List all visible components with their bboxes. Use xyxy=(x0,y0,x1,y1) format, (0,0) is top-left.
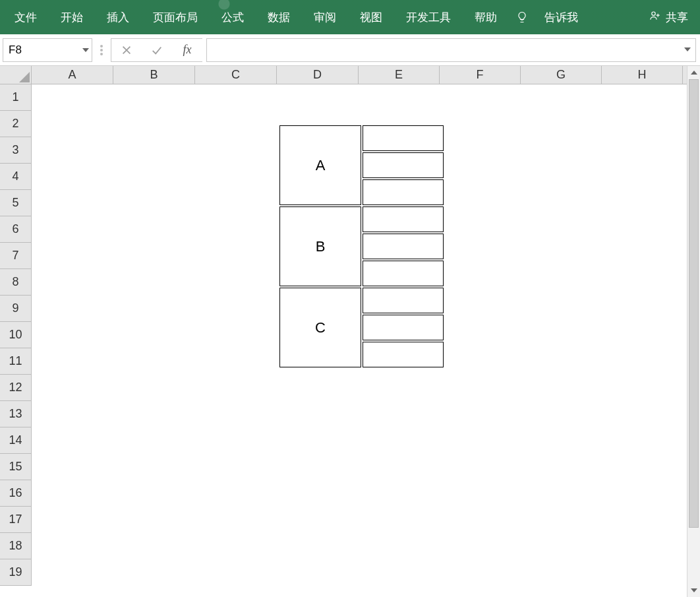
table-cell[interactable]: B xyxy=(279,206,361,286)
row-header-14[interactable]: 14 xyxy=(0,427,31,454)
ribbon-tab-home[interactable]: 开始 xyxy=(49,0,95,34)
ribbon-tab-insert[interactable]: 插入 xyxy=(95,0,141,34)
fx-icon: fx xyxy=(183,43,192,57)
table-cell[interactable] xyxy=(363,342,444,367)
ribbon-tab-pagelayout[interactable]: 页面布局 xyxy=(141,0,210,34)
formula-field[interactable] xyxy=(207,39,695,61)
row-header-8[interactable]: 8 xyxy=(0,269,31,296)
scroll-thumb[interactable] xyxy=(689,79,699,528)
scroll-up-button[interactable] xyxy=(687,66,700,79)
column-headers: ABCDEFGH xyxy=(32,66,687,84)
table-cell[interactable] xyxy=(363,315,444,340)
row-header-3[interactable]: 3 xyxy=(0,137,31,164)
vertical-scrollbar[interactable] xyxy=(687,66,700,597)
row-header-9[interactable]: 9 xyxy=(0,296,31,322)
column-header-C[interactable]: C xyxy=(195,66,277,84)
column-header-E[interactable]: E xyxy=(359,66,440,84)
table-cell[interactable] xyxy=(363,288,444,313)
ribbon-tab-view[interactable]: 视图 xyxy=(348,0,394,34)
table-cell[interactable] xyxy=(363,152,444,178)
worksheet-bordered-table: A B C xyxy=(278,124,445,369)
share-label: 共享 xyxy=(666,10,688,25)
table-cell[interactable] xyxy=(363,179,444,205)
chevron-down-icon[interactable] xyxy=(684,45,691,55)
svg-point-0 xyxy=(652,12,655,15)
column-header-H[interactable]: H xyxy=(602,66,683,84)
column-header-G[interactable]: G xyxy=(521,66,602,84)
formula-bar: fx xyxy=(0,34,700,66)
formula-bar-buttons: fx xyxy=(111,38,202,62)
column-header-A[interactable]: A xyxy=(32,66,113,84)
row-header-10[interactable]: 10 xyxy=(0,322,31,348)
row-header-13[interactable]: 13 xyxy=(0,401,31,427)
spreadsheet-grid: ABCDEFGH 12345678910111213141516171819 A… xyxy=(0,66,700,597)
ribbon-tab-formulas[interactable]: 公式 xyxy=(210,0,256,34)
tell-me[interactable]: 告诉我 xyxy=(535,0,587,34)
row-header-17[interactable]: 17 xyxy=(0,507,31,533)
row-header-7[interactable]: 7 xyxy=(0,243,31,269)
ribbon-tab-help[interactable]: 帮助 xyxy=(463,0,509,34)
formula-bar-separator xyxy=(96,44,107,57)
table-cell[interactable] xyxy=(363,261,444,286)
share-icon xyxy=(649,9,662,26)
column-header-B[interactable]: B xyxy=(113,66,195,84)
row-header-5[interactable]: 5 xyxy=(0,190,31,216)
table-cell[interactable] xyxy=(363,234,444,259)
name-box-input[interactable] xyxy=(3,39,92,61)
column-header-D[interactable]: D xyxy=(277,66,359,84)
table-cell[interactable] xyxy=(363,206,444,232)
cancel-button[interactable] xyxy=(111,39,142,61)
formula-input[interactable] xyxy=(206,38,696,62)
lightbulb-icon[interactable] xyxy=(509,0,535,34)
ribbon: 文件 开始 插入 页面布局 公式 数据 审阅 视图 开发工具 帮助 告诉我 共享 xyxy=(0,0,700,34)
row-headers: 12345678910111213141516171819 xyxy=(0,84,32,586)
row-header-4[interactable]: 4 xyxy=(0,164,31,190)
ribbon-tab-data[interactable]: 数据 xyxy=(256,0,302,34)
row-header-12[interactable]: 12 xyxy=(0,375,31,401)
row-header-11[interactable]: 11 xyxy=(0,348,31,375)
table-cell[interactable]: A xyxy=(279,125,361,205)
row-header-16[interactable]: 16 xyxy=(0,480,31,507)
select-all-corner[interactable] xyxy=(0,66,32,84)
row-header-1[interactable]: 1 xyxy=(0,84,31,111)
share-button[interactable]: 共享 xyxy=(639,9,697,26)
scroll-down-button[interactable] xyxy=(687,584,700,597)
enter-button[interactable] xyxy=(142,39,172,61)
insert-function-button[interactable]: fx xyxy=(172,39,202,61)
cells-area[interactable]: A B C xyxy=(32,84,687,597)
ribbon-tab-review[interactable]: 审阅 xyxy=(302,0,348,34)
column-header-F[interactable]: F xyxy=(440,66,521,84)
ribbon-tab-developer[interactable]: 开发工具 xyxy=(394,0,463,34)
ribbon-tab-file[interactable]: 文件 xyxy=(3,0,49,34)
name-box[interactable] xyxy=(3,38,92,62)
row-header-6[interactable]: 6 xyxy=(0,216,31,243)
scroll-track[interactable] xyxy=(687,79,700,584)
row-header-2[interactable]: 2 xyxy=(0,111,31,137)
row-header-15[interactable]: 15 xyxy=(0,454,31,480)
row-header-18[interactable]: 18 xyxy=(0,533,31,559)
row-header-19[interactable]: 19 xyxy=(0,559,31,586)
table-cell[interactable]: C xyxy=(279,288,361,367)
table-cell[interactable] xyxy=(363,125,444,151)
